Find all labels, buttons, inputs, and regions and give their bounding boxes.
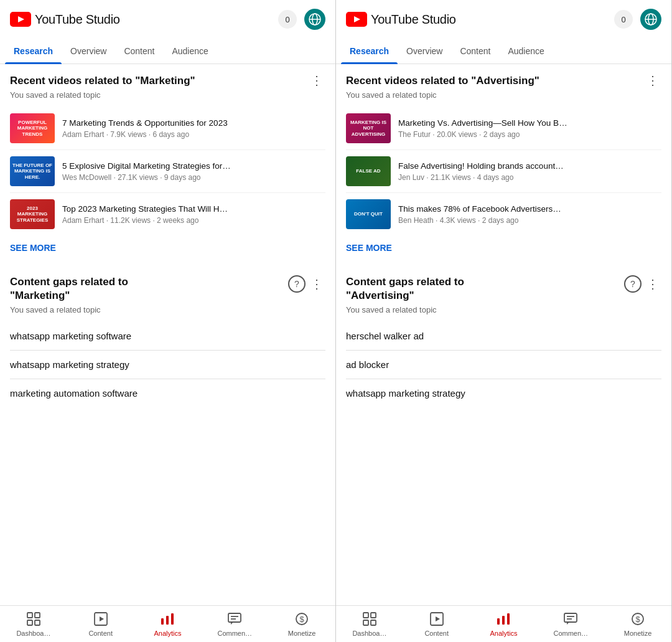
nav-analytics-label-left: Analytics: [154, 630, 181, 637]
recent-videos-title-left: Recent videos related to "Marketing": [10, 74, 308, 88]
content-area-right: Recent videos related to "Advertising" ⋮…: [336, 64, 671, 605]
gap-item-3-right: whatsapp marketing strategy: [346, 379, 661, 407]
recent-videos-subtitle-left: You saved a related topic: [10, 90, 325, 100]
nav-content-right[interactable]: Content: [403, 610, 470, 640]
notification-badge-right[interactable]: 0: [614, 10, 633, 29]
help-icon-right[interactable]: ?: [624, 275, 642, 293]
see-more-right[interactable]: SEE MORE: [346, 235, 661, 263]
analytics-icon-right: [497, 612, 510, 628]
help-icon-left[interactable]: ?: [288, 275, 306, 293]
nav-monetize-left[interactable]: $ Monetize: [268, 610, 335, 640]
monetize-icon-left: $: [295, 612, 309, 628]
svg-rect-25: [363, 613, 368, 618]
notification-badge-left[interactable]: 0: [278, 10, 297, 29]
svg-text:$: $: [635, 615, 640, 624]
video-item-1-left: POWERFUL MARKETING TRENDS 7 Marketing Tr…: [10, 107, 325, 150]
video-title-3-left: Top 2023 Marketing Strategies That Will …: [62, 204, 325, 215]
nav-dashboard-left[interactable]: Dashboa…: [0, 610, 67, 640]
tab-content-right[interactable]: Content: [451, 39, 499, 64]
avatar-left[interactable]: [304, 9, 325, 30]
content-gaps-subtitle-left: You saved a related topic: [10, 305, 325, 314]
studio-label-right: YouTube Studio: [371, 12, 456, 27]
video-info-1-left: 7 Marketing Trends & Opportunities for 2…: [62, 118, 325, 139]
tabs-left: Research Overview Content Audience: [0, 39, 335, 64]
nav-analytics-left[interactable]: Analytics: [134, 610, 202, 640]
svg-rect-12: [166, 616, 169, 625]
video-info-3-right: This makes 78% of Facebook Advertisers… …: [398, 204, 661, 225]
svg-marker-10: [100, 616, 104, 621]
analytics-icon-left: [161, 612, 174, 628]
svg-rect-13: [171, 613, 174, 625]
video-item-3-right: DON'T QUIT This makes 78% of Facebook Ad…: [346, 193, 661, 235]
panel-right: YouTube Studio 0 Research Overview Conte…: [336, 0, 672, 642]
nav-comments-left[interactable]: Commen…: [201, 610, 268, 640]
content-gaps-more-right[interactable]: ⋮: [644, 278, 661, 290]
nav-dashboard-right[interactable]: Dashboa…: [336, 610, 403, 640]
svg-rect-6: [35, 613, 40, 618]
header-right-left: 0: [278, 9, 325, 30]
video-thumb-2-left: THE FUTURE OF MARKETING IS HERE.: [10, 156, 55, 186]
see-more-left[interactable]: SEE MORE: [10, 235, 325, 263]
content-gaps-more-left[interactable]: ⋮: [308, 278, 325, 290]
video-item-1-right: MARKETING IS NOT ADVERTISING Marketing V…: [346, 107, 661, 150]
svg-rect-7: [27, 620, 32, 625]
svg-rect-31: [497, 618, 500, 625]
svg-text:$: $: [299, 615, 304, 624]
video-list-left: POWERFUL MARKETING TRENDS 7 Marketing Tr…: [10, 107, 325, 235]
video-meta-1-right: The Futur · 20.0K views · 2 days ago: [398, 130, 661, 139]
nav-monetize-label-left: Monetize: [288, 630, 316, 637]
logo-area-right: YouTube Studio: [346, 12, 614, 27]
content-gaps-header-left: Content gaps related to"Marketing" ? ⋮: [10, 275, 325, 303]
nav-content-label-right: Content: [424, 630, 449, 637]
recent-videos-more-right[interactable]: ⋮: [644, 74, 661, 87]
tab-research-left[interactable]: Research: [5, 39, 62, 64]
svg-rect-34: [564, 613, 577, 622]
youtube-icon-left: [10, 12, 31, 27]
tab-overview-right[interactable]: Overview: [398, 39, 451, 64]
nav-comments-right[interactable]: Commen…: [537, 610, 604, 640]
yt-logo-right: YouTube Studio: [346, 12, 456, 27]
video-title-2-right: False Advertising! Holding brands accoun…: [398, 161, 661, 172]
tabs-right: Research Overview Content Audience: [336, 39, 671, 64]
header-right-right: 0: [614, 9, 661, 30]
panel-left: YouTube Studio 0 Research Overview Conte…: [0, 0, 336, 642]
recent-videos-section-left: Recent videos related to "Marketing" ⋮ Y…: [0, 64, 335, 263]
bottom-nav-left: Dashboa… Content Analytics Commen… $ Mon…: [0, 605, 335, 642]
studio-label-left: YouTube Studio: [35, 12, 120, 27]
recent-videos-subtitle-right: You saved a related topic: [346, 90, 661, 100]
thumb-text-2-right: FALSE AD: [346, 156, 391, 186]
gap-item-2-left: whatsapp marketing strategy: [10, 351, 325, 379]
recent-videos-header-right: Recent videos related to "Advertising" ⋮: [346, 74, 661, 88]
svg-rect-28: [371, 620, 376, 625]
tab-content-left[interactable]: Content: [115, 39, 163, 64]
content-gaps-header-right: Content gaps related to"Advertising" ? ⋮: [346, 275, 661, 303]
yt-logo-left: YouTube Studio: [10, 12, 120, 27]
tab-research-right[interactable]: Research: [341, 39, 398, 64]
tab-overview-left[interactable]: Overview: [62, 39, 115, 64]
nav-analytics-right[interactable]: Analytics: [470, 610, 538, 640]
tab-audience-right[interactable]: Audience: [499, 39, 553, 64]
gap-item-3-left: marketing automation software: [10, 379, 325, 407]
video-thumb-2-right: FALSE AD: [346, 156, 391, 186]
nav-content-left[interactable]: Content: [67, 610, 134, 640]
gap-item-2-right: ad blocker: [346, 351, 661, 379]
nav-comments-label-right: Commen…: [553, 630, 588, 637]
video-thumb-3-left: 2023 MARKETING STRATEGIES: [10, 199, 55, 229]
video-meta-3-right: Ben Heath · 4.3K views · 2 days ago: [398, 216, 661, 225]
video-thumb-1-right: MARKETING IS NOT ADVERTISING: [346, 113, 391, 143]
tab-audience-left[interactable]: Audience: [163, 39, 217, 64]
content-gaps-icons-left: ? ⋮: [288, 275, 325, 293]
nav-analytics-label-right: Analytics: [490, 630, 517, 637]
nav-monetize-right[interactable]: $ Monetize: [604, 610, 671, 640]
comments-icon-left: [228, 612, 241, 628]
svg-rect-27: [363, 620, 368, 625]
comments-icon-right: [564, 612, 577, 628]
dashboard-icon-right: [363, 612, 376, 628]
dashboard-icon-left: [27, 612, 40, 628]
content-gaps-title-left: Content gaps related to"Marketing": [10, 275, 288, 303]
content-area-left: Recent videos related to "Marketing" ⋮ Y…: [0, 64, 335, 605]
recent-videos-more-left[interactable]: ⋮: [308, 74, 325, 87]
svg-rect-8: [35, 620, 40, 625]
avatar-right[interactable]: [640, 9, 661, 30]
svg-rect-11: [161, 618, 164, 625]
